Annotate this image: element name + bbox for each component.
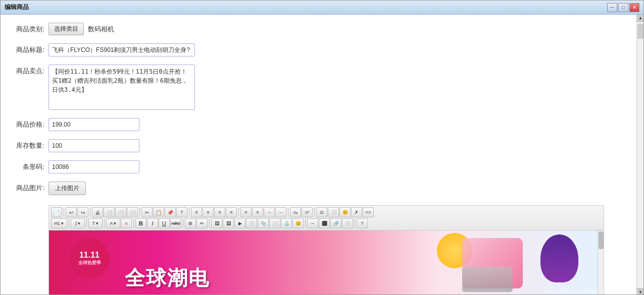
tb-list-unordered[interactable]: ≡ — [252, 207, 263, 217]
maximize-button[interactable]: □ — [618, 3, 628, 12]
tb-copy[interactable]: 📋 — [153, 207, 164, 217]
tb-undo[interactable]: ↩ — [66, 207, 77, 217]
tb-template[interactable]: ⬜ — [269, 218, 280, 228]
tb-sep-15 — [355, 219, 355, 228]
editor-container: 📄 ↩ ↪ 🖨 ⬜ ⬜ ⬜ ✂ 📋 — [48, 203, 626, 295]
tb-hr[interactable]: ─ — [307, 218, 318, 228]
tb-help[interactable]: ? — [357, 218, 368, 228]
tb-emoji[interactable]: 😊 — [339, 207, 351, 217]
tb-image[interactable]: 🖼 — [211, 218, 222, 228]
tb-table[interactable]: ⊞ — [185, 218, 196, 228]
category-row: 商品类别: 选择类目 数码相机 — [11, 23, 626, 35]
tb-image2[interactable]: 🖼 — [223, 218, 234, 228]
price-controls — [48, 118, 626, 131]
tb-anchor[interactable]: ⚓ — [281, 218, 292, 228]
category-label: 商品类别: — [11, 23, 48, 34]
tb-subscript[interactable]: X₂ — [290, 207, 301, 217]
tb-align-center[interactable]: ≡ — [203, 207, 214, 217]
close-button[interactable]: ✕ — [629, 3, 639, 12]
tb-sep-2 — [90, 208, 90, 217]
tb-align-justify[interactable]: ≡ — [226, 207, 237, 217]
tb-symbol[interactable]: ⬜ — [328, 207, 339, 217]
stock-controls — [48, 139, 626, 152]
tb-align-left[interactable]: ≡ — [191, 207, 202, 217]
tb-sep-3 — [139, 208, 140, 217]
barcode-input[interactable] — [48, 160, 139, 173]
tb-align-right[interactable]: ≡ — [214, 207, 225, 217]
tb-link[interactable]: 🔗 — [330, 218, 341, 228]
stock-row: 库存数量: — [11, 139, 626, 152]
selected-category: 数码相机 — [88, 23, 114, 34]
tb-clear-format[interactable]: ✗ — [351, 207, 362, 217]
tb-font-dropdown[interactable]: ∫ ▾ — [71, 218, 85, 228]
tb-list-ordered[interactable]: ≡ — [240, 207, 252, 217]
tb-sep-12 — [183, 219, 183, 228]
tb-indent[interactable]: → — [264, 207, 275, 217]
image-label: 商品图片: — [11, 182, 48, 193]
tb-font-color-apply[interactable]: A — [121, 218, 132, 228]
window-title: 编辑商品 — [5, 3, 29, 12]
editor-scrollbar[interactable] — [598, 230, 604, 295]
scroll-track — [637, 22, 643, 288]
stock-input[interactable] — [48, 139, 139, 152]
toolbar-row-2: H1 ▾ ∫ ▾ T ▾ A ▾ A B I — [51, 218, 602, 228]
tb-attach[interactable]: 📎 — [258, 218, 269, 228]
barcode-label: 条形码: — [11, 160, 48, 171]
tb-size-dropdown[interactable]: T ▾ — [88, 218, 103, 228]
tb-superscript[interactable]: X² — [302, 207, 313, 217]
tb-preview[interactable]: ⬜ — [104, 207, 115, 217]
tb-smile[interactable]: 😊 — [292, 218, 304, 228]
title-row: 商品标题: — [11, 43, 626, 56]
tb-font-color-dropdown[interactable]: A ▾ — [106, 218, 120, 228]
tb-media[interactable]: ▶ — [234, 218, 245, 228]
price-input[interactable] — [48, 118, 139, 131]
scroll-down-button[interactable]: ▼ — [637, 288, 644, 295]
tb-redo[interactable]: ↪ — [77, 207, 88, 217]
description-controls: 【同价11.11！秒杀价599元！11月5日0点开抢！买1赠2（赠吉列洁面乳2瓶… — [48, 65, 626, 110]
image-main-text: 全球潮电 — [125, 264, 210, 292]
select-category-button[interactable]: 选择类目 — [48, 23, 84, 35]
editor-image: 11.11 全球热爱季 全球潮电 — [49, 230, 604, 295]
form-section: 商品类别: 选择类目 数码相机 商品标题: 商品卖点: 【同价11.11！秒杀价… — [1, 15, 636, 295]
tb-paste-text[interactable]: T — [176, 207, 187, 217]
tb-sep-8 — [69, 219, 69, 228]
tb-source[interactable]: <> — [363, 207, 374, 217]
tb-cut[interactable]: ✂ — [141, 207, 153, 217]
tb-outdent[interactable]: ← — [275, 207, 286, 217]
scroll-up-button[interactable]: ▲ — [637, 15, 644, 22]
tb-draw[interactable]: ✏ — [196, 218, 208, 228]
tb-sep-14 — [305, 219, 306, 228]
tb-page[interactable]: ⬜ — [115, 207, 126, 217]
title-controls — [48, 43, 626, 56]
tb-special-char[interactable]: ⬛ — [319, 218, 330, 228]
tb-sep-9 — [86, 219, 87, 228]
tb-paste[interactable]: 📌 — [165, 207, 176, 217]
tb-sep-4 — [189, 208, 189, 217]
tb-chars[interactable]: Ω — [316, 207, 327, 217]
tb-strikethrough[interactable]: ABC — [170, 218, 181, 228]
description-textarea[interactable]: 【同价11.11！秒杀价599元！11月5日0点开抢！买1赠2（赠吉列洁面乳2瓶… — [48, 65, 195, 110]
barcode-row: 条形码: — [11, 160, 626, 173]
editor-toolbar: 📄 ↩ ↪ 🖨 ⬜ ⬜ ⬜ ✂ 📋 — [49, 206, 604, 230]
editor-scrollbar-thumb — [599, 231, 604, 249]
tb-sep-5 — [238, 208, 239, 217]
tb-heading-dropdown[interactable]: H1 ▾ — [51, 218, 67, 228]
tb-bold[interactable]: B — [135, 218, 146, 228]
tb-flash[interactable]: ⬜ — [246, 218, 257, 228]
tb-underline[interactable]: U — [159, 218, 170, 228]
window-scrollbar[interactable]: ▲ ▼ — [636, 15, 643, 295]
tb-print[interactable]: 🖨 — [92, 207, 103, 217]
editor-body[interactable]: 11.11 全球热爱季 全球潮电 — [49, 230, 604, 295]
tb-italic[interactable]: I — [147, 218, 158, 228]
image-controls: 上传图片 — [48, 182, 626, 195]
main-layout: 商品类别: 选择类目 数码相机 商品标题: 商品卖点: 【同价11.11！秒杀价… — [1, 15, 643, 295]
editor-label — [11, 203, 48, 206]
minimize-button[interactable]: ─ — [607, 3, 617, 12]
price-label: 商品价格: — [11, 118, 48, 129]
price-row: 商品价格: — [11, 118, 626, 131]
title-input[interactable] — [48, 43, 195, 56]
upload-image-button[interactable]: 上传图片 — [48, 182, 86, 195]
tb-copy-format[interactable]: ⬜ — [127, 207, 138, 217]
tb-unlink[interactable]: ⬜ — [342, 218, 353, 228]
tb-new-doc[interactable]: 📄 — [51, 207, 62, 217]
